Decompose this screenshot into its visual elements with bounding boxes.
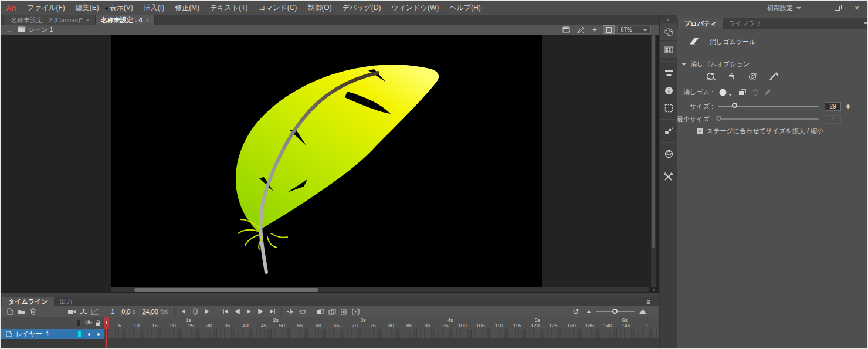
timeline-zoom-slider[interactable] (596, 311, 635, 312)
min-size-value-field[interactable]: 1 (825, 115, 841, 124)
edit-symbols-button[interactable] (575, 25, 586, 34)
dock-snap-button[interactable] (660, 122, 677, 140)
dock-cc-button[interactable] (660, 145, 677, 162)
onion-skin-outlines-button[interactable] (326, 307, 338, 317)
scale-with-stage-checkbox[interactable]: ✓ (697, 128, 703, 134)
menu-item[interactable]: テキスト(T) (205, 3, 253, 13)
edit-brush-button[interactable] (764, 89, 771, 96)
ruler-scale[interactable]: 1s2s3s4s5s6s5101520253035404550556065707… (1, 317, 659, 329)
playhead-frame-number[interactable]: 1 (104, 317, 109, 329)
layer-row-header[interactable]: レイヤー_1 (1, 329, 104, 339)
timeline-zoom-knob[interactable] (612, 309, 618, 314)
menu-item[interactable]: ファイル(F) (22, 3, 70, 13)
keyframe-dot[interactable] (105, 7, 108, 10)
center-stage-button[interactable]: ⌖ (589, 25, 601, 34)
timeline-zoom-out-icon[interactable] (586, 310, 591, 313)
delete-layer-button[interactable] (27, 307, 39, 317)
menu-item[interactable]: 表示(V) (104, 3, 138, 13)
timeline-tab-0[interactable]: タイムライン (2, 297, 54, 306)
document-tab[interactable]: 名称未設定 - 4× (96, 15, 155, 25)
reset-timeline-zoom-button[interactable]: ↺ (570, 307, 582, 317)
size-value-field[interactable]: 29 (825, 102, 841, 111)
size-slider-knob[interactable] (732, 103, 737, 108)
dock-tools-button[interactable] (660, 168, 677, 185)
layer-row[interactable]: レイヤー_1 (1, 329, 659, 339)
stage-vscrollbar-thumb[interactable] (652, 35, 655, 248)
timeline-ruler[interactable]: 1s2s3s4s5s6s5101520253035404550556065707… (1, 317, 659, 329)
menu-item[interactable]: ウィンドウ(W) (386, 3, 445, 13)
fps-display[interactable]: 24.00fps (138, 308, 171, 315)
dock-swatches-button[interactable] (660, 41, 677, 59)
layers-empty-area[interactable] (1, 339, 104, 349)
goto-last-frame-button[interactable] (266, 307, 278, 317)
parent-view-button[interactable] (77, 307, 89, 317)
eraser-options-section-header[interactable]: 消しゴムオプション (677, 59, 868, 69)
size-slider[interactable] (718, 106, 819, 107)
erase-fills-button[interactable] (746, 70, 760, 82)
menu-item[interactable]: ヘルプ(H) (444, 3, 486, 13)
dock-info-button[interactable] (660, 82, 677, 99)
add-brush-size-button[interactable]: + (846, 101, 850, 111)
menu-item[interactable]: 編集(E) (70, 3, 104, 13)
timeline-empty-area[interactable] (1, 339, 659, 349)
layer-name[interactable]: レイヤー_1 (16, 330, 49, 338)
play-button[interactable] (243, 307, 255, 317)
properties-panel-menu[interactable]: ≡ (864, 20, 867, 27)
restore-button[interactable] (827, 1, 847, 15)
clip-content-button[interactable] (603, 25, 615, 34)
stage-canvas[interactable] (111, 35, 542, 289)
menu-item[interactable]: 修正(M) (169, 3, 205, 13)
eraser-mode-button[interactable] (704, 70, 718, 82)
faucet-button[interactable] (725, 70, 739, 82)
layer-lock-dot[interactable] (97, 333, 100, 336)
stage-pasteboard[interactable]: › (1, 35, 659, 293)
elapsed-time-display[interactable]: 0.0s (118, 308, 138, 315)
properties-tab-0[interactable]: プロパティ (678, 18, 723, 29)
step-back-button[interactable] (231, 307, 243, 317)
layer-frames-track[interactable] (104, 329, 659, 339)
graph-editor-button[interactable] (89, 307, 101, 317)
add-camera-button[interactable] (66, 307, 77, 317)
modify-markers-button[interactable] (350, 307, 361, 317)
current-frame-display[interactable]: 1 (107, 308, 118, 315)
new-layer-button[interactable] (4, 307, 15, 317)
edit-scene-button[interactable] (561, 25, 572, 34)
new-folder-button[interactable] (15, 307, 27, 317)
loop-playback-button[interactable] (296, 307, 308, 317)
center-playhead-button[interactable] (284, 307, 296, 317)
menu-item[interactable]: 制御(O) (302, 3, 337, 13)
delete-brush-button[interactable] (752, 89, 758, 96)
dock-transform-button[interactable] (660, 99, 677, 117)
dock-align-button[interactable] (660, 64, 677, 82)
menu-item[interactable]: デバッグ(D) (337, 3, 386, 13)
min-size-slider-knob[interactable] (716, 116, 721, 121)
edit-multiple-frames-button[interactable] (338, 307, 350, 317)
step-forward-button[interactable] (255, 307, 266, 317)
workspace-switcher[interactable]: 初期設定 (761, 4, 807, 12)
menu-item[interactable]: コマンド(C) (253, 3, 303, 13)
stage-hscrollbar[interactable] (111, 287, 649, 292)
layer-visible-dot[interactable] (88, 333, 90, 336)
menu-item[interactable]: 挿入(I) (138, 3, 169, 13)
eraser-shape-button[interactable] (719, 89, 733, 96)
object-eraser-button[interactable] (738, 89, 747, 96)
auto-keyframe-button[interactable] (189, 307, 201, 317)
onion-skin-button[interactable] (314, 307, 326, 317)
playhead-line[interactable] (106, 329, 107, 349)
stage-zoom-select[interactable]: 67% (617, 26, 651, 34)
expand-panels-button[interactable]: « (660, 15, 677, 23)
document-tab[interactable]: 名称未設定 - 2 (Canvas)*× (5, 15, 96, 25)
marker-back-button[interactable] (178, 307, 189, 317)
close-tab-icon[interactable]: × (86, 17, 90, 23)
close-button[interactable]: × (847, 1, 867, 15)
goto-first-frame-button[interactable] (219, 307, 231, 317)
marker-forward-button[interactable] (201, 307, 213, 317)
properties-tab-1[interactable]: ライブラリ (723, 18, 767, 29)
timeline-zoom-in-icon[interactable] (639, 309, 646, 314)
stage-vscrollbar[interactable] (651, 35, 656, 287)
back-button[interactable]: ← (1, 26, 18, 34)
min-size-slider[interactable] (718, 118, 819, 120)
timeline-panel-menu[interactable]: ≡ (646, 298, 650, 306)
timeline-divider[interactable] (1, 293, 659, 297)
minimize-button[interactable]: − (807, 1, 827, 15)
